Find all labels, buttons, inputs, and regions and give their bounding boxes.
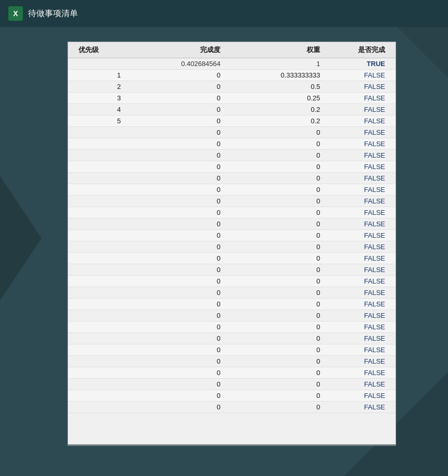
table-row: 00FALSE xyxy=(68,138,396,150)
table-row: 00FALSE xyxy=(68,333,396,344)
table-row: 00FALSE xyxy=(68,321,396,333)
table-row: 00FALSE xyxy=(68,402,396,413)
table-row: 00FALSE xyxy=(68,367,396,379)
cell-completion: 0 xyxy=(125,241,225,253)
cell-done: FALSE xyxy=(324,81,396,93)
cell-done: FALSE xyxy=(324,356,396,367)
cell-completion: 0 xyxy=(125,104,225,115)
cell-completion: 0 xyxy=(125,264,225,276)
cell-weight: 0 xyxy=(225,276,324,287)
cell-weight: 0.5 xyxy=(225,81,324,93)
table-row: 00FALSE xyxy=(68,173,396,184)
cell-weight: 0 xyxy=(225,390,324,402)
table-row: 300.25FALSE xyxy=(68,93,396,104)
table-row: 00FALSE xyxy=(68,230,396,241)
cell-priority xyxy=(68,356,125,367)
table-row: 00FALSE xyxy=(68,299,396,310)
cell-completion: 0 xyxy=(125,402,225,413)
cell-priority xyxy=(68,241,125,253)
cell-completion: 0 xyxy=(125,310,225,321)
cell-priority xyxy=(68,184,125,196)
cell-weight: 0 xyxy=(225,287,324,299)
cell-weight: 0 xyxy=(225,402,324,413)
cell-priority xyxy=(68,299,125,310)
cell-done: FALSE xyxy=(324,196,396,207)
excel-icon: X xyxy=(8,6,23,21)
table-row: 00FALSE xyxy=(68,127,396,138)
cell-priority xyxy=(68,230,125,241)
cell-priority: 4 xyxy=(68,104,125,115)
cell-weight: 0 xyxy=(225,299,324,310)
cell-done: FALSE xyxy=(324,253,396,264)
cell-priority xyxy=(68,207,125,218)
cell-done: FALSE xyxy=(324,344,396,356)
cell-completion: 0 xyxy=(125,321,225,333)
cell-priority xyxy=(68,138,125,150)
cell-weight: 0 xyxy=(225,344,324,356)
cell-weight: 0 xyxy=(225,173,324,184)
table-row: 00FALSE xyxy=(68,207,396,218)
table-row: 00FALSE xyxy=(68,184,396,196)
sheet-inner: 优先级 完成度 权重 是否完成 0.402684564 1 TRUE 100.3… xyxy=(68,42,396,444)
cell-priority xyxy=(68,127,125,138)
special-col3: 1 xyxy=(225,58,324,70)
table-row: 00FALSE xyxy=(68,264,396,276)
cell-weight: 0 xyxy=(225,264,324,276)
cell-done: FALSE xyxy=(324,321,396,333)
cell-done: FALSE xyxy=(324,287,396,299)
cell-completion: 0 xyxy=(125,184,225,196)
cell-done: FALSE xyxy=(324,138,396,150)
cell-priority xyxy=(68,150,125,161)
table-row: 00FALSE xyxy=(68,287,396,299)
cell-completion: 0 xyxy=(125,196,225,207)
cell-weight: 0 xyxy=(225,218,324,230)
cell-priority xyxy=(68,161,125,173)
table-row: 00FALSE xyxy=(68,253,396,264)
cell-priority xyxy=(68,264,125,276)
cell-completion: 0 xyxy=(125,333,225,344)
cell-weight: 0 xyxy=(225,161,324,173)
table-row: 00FALSE xyxy=(68,276,396,287)
title-bar: X 待做事项清单 xyxy=(0,0,448,27)
cell-completion: 0 xyxy=(125,356,225,367)
cell-priority xyxy=(68,287,125,299)
cell-done: FALSE xyxy=(324,184,396,196)
cell-priority xyxy=(68,402,125,413)
cell-weight: 0 xyxy=(225,138,324,150)
data-table: 优先级 完成度 权重 是否完成 0.402684564 1 TRUE 100.3… xyxy=(68,42,396,413)
table-row: 00FALSE xyxy=(68,161,396,173)
cell-priority: 5 xyxy=(68,115,125,127)
cell-completion: 0 xyxy=(125,344,225,356)
table-row: 00FALSE xyxy=(68,241,396,253)
cell-done: FALSE xyxy=(324,241,396,253)
table-row: 00FALSE xyxy=(68,379,396,390)
table-row: 500.2FALSE xyxy=(68,115,396,127)
cell-done: FALSE xyxy=(324,150,396,161)
cell-weight: 0 xyxy=(225,196,324,207)
cell-done: FALSE xyxy=(324,104,396,115)
cell-completion: 0 xyxy=(125,81,225,93)
cell-completion: 0 xyxy=(125,218,225,230)
table-row: 400.2FALSE xyxy=(68,104,396,115)
table-row: 00FALSE xyxy=(68,196,396,207)
cell-completion: 0 xyxy=(125,390,225,402)
table-row: 00FALSE xyxy=(68,310,396,321)
table-row: 100.333333333FALSE xyxy=(68,70,396,81)
cell-done: FALSE xyxy=(324,264,396,276)
bg-decoration-left xyxy=(0,176,42,301)
spreadsheet-container[interactable]: 优先级 完成度 权重 是否完成 0.402684564 1 TRUE 100.3… xyxy=(68,42,396,445)
cell-done: FALSE xyxy=(324,276,396,287)
cell-weight: 0.25 xyxy=(225,93,324,104)
cell-weight: 0 xyxy=(225,333,324,344)
cell-weight: 0 xyxy=(225,241,324,253)
cell-weight: 0 xyxy=(225,184,324,196)
cell-completion: 0 xyxy=(125,287,225,299)
cell-done: FALSE xyxy=(324,207,396,218)
cell-completion: 0 xyxy=(125,93,225,104)
col-header-completion: 完成度 xyxy=(125,42,225,58)
cell-completion: 0 xyxy=(125,230,225,241)
cell-completion: 0 xyxy=(125,138,225,150)
cell-priority xyxy=(68,276,125,287)
cell-weight: 0 xyxy=(225,321,324,333)
special-row: 0.402684564 1 TRUE xyxy=(68,58,396,70)
